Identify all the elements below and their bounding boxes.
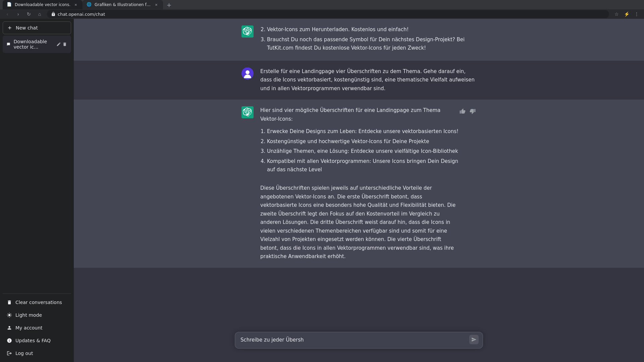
message-2-content: Erstelle für eine Landingpage vier Übers…	[260, 67, 476, 93]
info-icon	[7, 338, 12, 343]
my-account-button[interactable]: My account	[3, 322, 71, 334]
updates-faq-button[interactable]: Updates & FAQ	[3, 335, 71, 347]
tab-1[interactable]: 📄 Downloadable vector icons. ✕	[3, 0, 83, 9]
message-3-item-3: Unzählige Themen, eine Lösung: Entdecke …	[267, 147, 459, 156]
trash-icon	[7, 300, 12, 305]
thumbs-up-icon	[460, 108, 466, 114]
tab-2[interactable]: 🌐 Grafiken & Illustrationen für Vek... ✕	[83, 0, 163, 9]
message-3-item-2: Kostengünstige und hochwertige Vektor-Ic…	[267, 137, 459, 146]
thumbs-down-icon	[470, 108, 476, 114]
forward-button[interactable]: ›	[13, 9, 23, 19]
sidebar-bottom: Clear conversations Light mode My accoun…	[3, 293, 71, 359]
message-1: Vektor-Icons zum Herunterladen. Kostenlo…	[74, 19, 644, 61]
svg-point-1	[246, 70, 250, 74]
clear-conversations-label: Clear conversations	[15, 300, 62, 305]
message-1-item-2: Brauchst Du noch das passende Symbol für…	[267, 36, 476, 53]
tab-1-close[interactable]: ✕	[73, 2, 78, 7]
edit-icon[interactable]	[56, 42, 61, 47]
chat-icon	[7, 42, 10, 47]
input-area	[228, 326, 490, 359]
url-text: chat.openai.com/chat	[58, 12, 605, 17]
browser-chrome: 📄 Downloadable vector icons. ✕ 🌐 Grafike…	[0, 0, 644, 19]
sidebar: New chat Downloadable vector ic... Clear…	[0, 19, 74, 362]
tab-2-close[interactable]: ✕	[154, 2, 159, 7]
tab-2-title: Grafiken & Illustrationen für Vek...	[95, 2, 151, 7]
tab-1-title: Downloadable vector icons.	[15, 2, 70, 7]
reload-button[interactable]: ↻	[24, 9, 34, 19]
lock-icon	[51, 12, 56, 16]
tab-2-favicon: 🌐	[87, 2, 92, 7]
log-out-button[interactable]: Log out	[3, 347, 71, 359]
message-2-inner: Erstelle für eine Landingpage vier Übers…	[235, 67, 483, 93]
delete-icon[interactable]	[62, 42, 67, 47]
send-button[interactable]	[469, 335, 479, 344]
thumbs-down-button[interactable]	[469, 108, 476, 116]
chat-input[interactable]	[240, 336, 467, 344]
new-tab-button[interactable]: +	[164, 0, 174, 9]
app: New chat Downloadable vector ic... Clear…	[0, 19, 644, 362]
nav-extras: ☆ ⚡ ⋮	[612, 9, 641, 19]
openai-logo	[243, 27, 252, 36]
conversation-title-1: Downloadable vector ic...	[14, 39, 53, 50]
message-1-content: Vektor-Icons zum Herunterladen. Kostenlo…	[260, 25, 476, 54]
message-3-actions	[459, 106, 476, 116]
message-3-body: Diese Überschriften spielen jeweils auf …	[260, 184, 459, 261]
message-2-text: Erstelle für eine Landingpage vier Übers…	[260, 67, 476, 93]
message-3: Hier sind vier mögliche Überschriften fü…	[74, 100, 644, 268]
bookmark-button[interactable]: ☆	[612, 9, 621, 19]
nav-bar: ‹ › ↻ ⌂ chat.openai.com/chat ☆ ⚡ ⋮	[0, 9, 644, 19]
tab-1-favicon: 📄	[7, 2, 12, 7]
address-bar[interactable]: chat.openai.com/chat	[47, 10, 609, 18]
new-chat-label: New chat	[16, 25, 38, 31]
main-content: Vektor-Icons zum Herunterladen. Kostenlo…	[74, 19, 644, 362]
new-chat-button[interactable]: New chat	[3, 21, 71, 34]
message-3-inner: Hier sind vier mögliche Überschriften fü…	[235, 106, 483, 261]
clear-conversations-button[interactable]: Clear conversations	[3, 296, 71, 308]
extensions-button[interactable]: ⚡	[622, 9, 631, 19]
light-mode-button[interactable]: Light mode	[3, 309, 71, 321]
user-icon	[7, 325, 12, 330]
message-3-item-1: Erwecke Deine Designs zum Leben: Entdeck…	[267, 127, 459, 136]
home-button[interactable]: ⌂	[35, 9, 44, 19]
sidebar-spacer	[3, 53, 71, 293]
send-icon	[471, 337, 477, 342]
user-avatar-img	[243, 68, 253, 78]
message-2: Erstelle für eine Landingpage vier Übers…	[74, 61, 644, 100]
openai-logo-2	[243, 108, 252, 117]
plus-icon	[7, 25, 12, 31]
logout-icon	[7, 351, 12, 356]
tab-bar: 📄 Downloadable vector icons. ✕ 🌐 Grafike…	[0, 0, 644, 9]
message-1-item-1: Vektor-Icons zum Herunterladen. Kostenlo…	[267, 25, 476, 34]
message-3-content: Hier sind vier mögliche Überschriften fü…	[260, 106, 476, 261]
sun-icon	[7, 312, 12, 318]
light-mode-label: Light mode	[15, 312, 42, 318]
chat-item-actions	[56, 42, 67, 47]
assistant-avatar-3	[241, 106, 254, 118]
input-box	[235, 332, 483, 349]
back-button[interactable]: ‹	[3, 9, 12, 19]
conversation-item-1[interactable]: Downloadable vector ic...	[3, 36, 71, 53]
chat-messages[interactable]: Vektor-Icons zum Herunterladen. Kostenlo…	[74, 19, 644, 326]
my-account-label: My account	[15, 325, 43, 330]
message-1-inner: Vektor-Icons zum Herunterladen. Kostenlo…	[235, 25, 483, 54]
updates-faq-label: Updates & FAQ	[15, 338, 51, 343]
message-3-item-4: Kompatibel mit allen Vektorprogrammen: U…	[267, 157, 459, 174]
message-3-intro: Hier sind vier mögliche Überschriften fü…	[260, 106, 459, 123]
menu-button[interactable]: ⋮	[632, 9, 641, 19]
log-out-label: Log out	[15, 351, 33, 356]
thumbs-up-button[interactable]	[459, 108, 466, 116]
assistant-avatar-1	[241, 25, 254, 38]
user-avatar	[241, 67, 254, 79]
